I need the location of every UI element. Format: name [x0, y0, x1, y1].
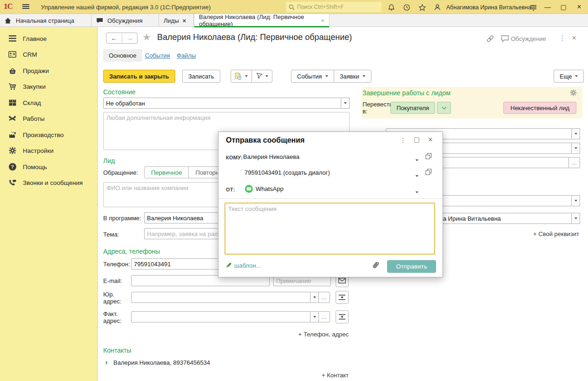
close-form-icon[interactable]: ×: [572, 33, 576, 43]
sidebar-item-label: Закупки: [23, 83, 46, 90]
requests-menu-label: Заявки: [340, 73, 359, 80]
global-search-input[interactable]: Поиск Ctrl+Shift+F: [286, 2, 382, 12]
current-user-name[interactable]: Абнагимова Ирина Витальевна: [446, 4, 531, 11]
save-close-button[interactable]: Записать и закрыть: [103, 70, 175, 83]
panel-gear-icon[interactable]: [570, 89, 577, 96]
discussion-chat-icon[interactable]: [500, 34, 509, 43]
state-combobox[interactable]: Не обработан: [103, 98, 350, 109]
sidebar-item-label: Главное: [23, 35, 47, 42]
filter-button[interactable]: [251, 70, 272, 83]
tab-main[interactable]: Основное: [103, 49, 142, 62]
from-dropdown-button[interactable]: [416, 188, 418, 195]
sidebar-item-works[interactable]: Работы: [0, 112, 98, 125]
add-own-attribute-link[interactable]: + Свой реквизит: [510, 230, 579, 237]
forward-button[interactable]: →: [122, 33, 137, 43]
legal-address-dropdown-button[interactable]: [311, 292, 319, 303]
service-menu-icon[interactable]: [529, 4, 537, 12]
create-based-on-button[interactable]: [231, 70, 252, 83]
requests-menu-button[interactable]: Заявки: [334, 70, 371, 83]
sidebar-item-settings[interactable]: Настройки: [0, 144, 98, 157]
sidebar-item-crm[interactable]: CRM: [0, 48, 98, 61]
back-button[interactable]: ←: [106, 33, 122, 43]
more-button[interactable]: Еще: [554, 70, 584, 83]
minimize-button[interactable]: —: [543, 2, 552, 12]
dialog-maximize-icon[interactable]: ▢: [414, 136, 420, 143]
notifications-bell-icon[interactable]: [387, 3, 396, 12]
home-icon: [5, 18, 11, 24]
sidebar-item-production[interactable]: Производство: [0, 128, 98, 141]
tab-discussions[interactable]: Обсуждения: [92, 14, 159, 27]
sidebar-item-warehouse[interactable]: Склад: [0, 96, 98, 109]
bad-lead-button[interactable]: Некачественный лид: [503, 102, 576, 114]
sidebar-item-purchases[interactable]: Закупки: [0, 80, 98, 93]
maximize-button[interactable]: ▢: [559, 2, 568, 12]
events-menu-button[interactable]: События: [291, 70, 334, 83]
tab-files[interactable]: Файлы: [177, 52, 196, 59]
phone-dropdown-button[interactable]: [416, 171, 418, 178]
sidebar-item-label: Настройки: [23, 147, 53, 154]
save-button[interactable]: Записать: [182, 70, 220, 83]
transfer-dropdown-button[interactable]: [437, 102, 451, 114]
actual-address-dropdown-button[interactable]: [311, 311, 319, 322]
copy-link-icon[interactable]: [485, 34, 495, 43]
attachment-paperclip-icon[interactable]: [371, 260, 380, 270]
message-text-input[interactable]: [225, 203, 435, 255]
phone-label: Телефон:: [103, 261, 130, 268]
tab-leads[interactable]: Лиды ×: [159, 14, 194, 27]
contact-item[interactable]: Валерия Николаева, 89376456534: [113, 359, 210, 366]
dialog-more-icon[interactable]: ⋮: [400, 137, 406, 144]
legal-address-menu-button[interactable]: [336, 291, 349, 304]
from-value[interactable]: WhatsApp: [256, 185, 284, 192]
user-icon[interactable]: [433, 3, 442, 12]
actual-address-label: Факт. адрес:: [103, 310, 121, 324]
legal-address-combobox[interactable]: ...: [131, 292, 330, 303]
favorites-star-icon[interactable]: [418, 3, 426, 12]
dialog-close-icon[interactable]: ×: [428, 135, 433, 145]
tab-events[interactable]: События: [145, 52, 170, 59]
dropdown-button[interactable]: [572, 128, 580, 139]
add-contact-link[interactable]: + Контакт: [279, 372, 349, 379]
discussion-label[interactable]: Обсуждение: [511, 35, 546, 42]
more-menu-icon[interactable]: ⋮: [559, 34, 566, 42]
tab-lead-card-close-icon[interactable]: ×: [321, 17, 324, 24]
envelope-icon: [338, 278, 346, 283]
phone-dialog-value[interactable]: 79591043491 (создать диалог): [244, 169, 330, 176]
send-button[interactable]: Отправить: [387, 260, 436, 273]
in-program-label: В программе:: [103, 215, 141, 222]
help-icon: ?: [8, 163, 16, 171]
sidebar-item-help[interactable]: ? Помощь: [0, 160, 98, 173]
dropdown-button[interactable]: [572, 143, 580, 154]
actual-address-combobox[interactable]: ...: [131, 311, 330, 322]
legal-address-ellipsis-button[interactable]: ...: [319, 292, 330, 303]
history-icon[interactable]: [403, 3, 411, 12]
close-window-button[interactable]: ×: [575, 2, 584, 12]
legal-address-label: Юр. адрес:: [103, 291, 121, 305]
dropdown-button[interactable]: [572, 195, 580, 206]
open-card-icon[interactable]: [425, 169, 432, 175]
app-title: Управление нашей фирмой, редакция 3.0 (1…: [41, 4, 211, 11]
state-dropdown-button[interactable]: [341, 98, 350, 109]
tab-leads-close-icon[interactable]: ×: [183, 17, 186, 24]
tab-home[interactable]: Начальная страница: [0, 14, 92, 27]
open-card-icon[interactable]: [425, 153, 432, 159]
to-value[interactable]: Валерия Николаева: [243, 153, 299, 160]
favorite-star-icon[interactable]: ★: [142, 32, 151, 43]
search-placeholder: Поиск Ctrl+Shift+F: [297, 4, 344, 10]
tab-lead-card[interactable]: Валерия Николаева (Лид: Первичное обраще…: [194, 14, 330, 27]
transfer-to-buyer-button[interactable]: Покупателя: [390, 102, 435, 114]
main-menu-icon[interactable]: [22, 3, 29, 10]
actual-address-menu-button[interactable]: [336, 310, 349, 323]
template-link[interactable]: шаблон...: [234, 262, 261, 269]
contact-expand-chevron-icon[interactable]: ›: [105, 358, 108, 367]
add-phone-address-link[interactable]: + Телефон, адрес: [260, 331, 349, 338]
sidebar-item-sales[interactable]: Продажи: [0, 64, 98, 77]
dropdown-button[interactable]: [572, 213, 580, 224]
sidebar: Главное CRM Продажи Закупки Склад Работы…: [0, 27, 98, 381]
sidebar-item-main[interactable]: Главное: [0, 32, 98, 45]
sidebar-item-calls-messages[interactable]: Звонки и сообщения: [0, 176, 98, 189]
appeal-primary-toggle[interactable]: Первичное: [144, 166, 189, 178]
ellipsis-button[interactable]: ...: [569, 157, 580, 168]
to-dropdown-button[interactable]: [416, 156, 418, 163]
actual-address-ellipsis-button[interactable]: ...: [319, 311, 330, 322]
lines-arrow-icon: [339, 314, 345, 320]
